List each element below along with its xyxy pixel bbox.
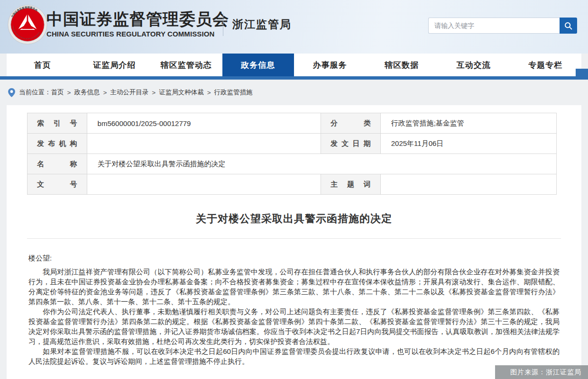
meta-label-category: 分类	[321, 113, 381, 134]
meta-value-keywords	[380, 174, 556, 195]
search-button[interactable]	[560, 18, 577, 34]
meta-label-keywords: 主题词	[321, 174, 381, 195]
nav-item-bureau-intro[interactable]: 证监局介绍	[79, 54, 151, 76]
paragraph: 你作为公司法定代表人、执行董事，未勤勉谨慎履行相关职责与义务，对公司上述问题负有…	[28, 307, 560, 346]
csrc-logo[interactable]: 中国证券监督管理委员会 CHINA SECURITIES REGULATORY …	[8, 5, 47, 45]
breadcrumb-prefix: 当前位置：	[19, 88, 51, 97]
nav-bottom-bar	[0, 76, 588, 80]
page-title: 关于对楼公望采取出具警示函措施的决定	[7, 212, 581, 226]
table-row: 名称 关于对楼公望采取出具警示函措施的决定	[28, 154, 557, 174]
breadcrumb-item-gov-info[interactable]: 政务信息	[74, 88, 100, 97]
meta-value-issue-date: 2025年11月06日	[380, 134, 556, 154]
site-header: 中国证券监督管理委员会 CHINA SECURITIES REGULATORY …	[0, 0, 588, 54]
image-source-badge: 图片来源：浙江证监局	[495, 365, 588, 379]
table-row: 索引号 bm56000001/2025-00012779 分类 行政监管措施;基…	[28, 113, 557, 134]
breadcrumb-item-open-catalog[interactable]: 主动公开目录	[110, 88, 148, 97]
meta-value-index-no: bm56000001/2025-00012779	[87, 113, 321, 134]
meta-label-issuer: 发布机构	[28, 134, 87, 154]
search-input[interactable]	[428, 18, 560, 34]
breadcrumb-separator: >	[103, 89, 107, 96]
breadcrumb-item-admin-measures[interactable]: 行政监管措施	[214, 88, 253, 97]
breadcrumb-separator: >	[207, 89, 211, 96]
title-divider	[27, 238, 561, 239]
meta-value-category: 行政监管措施;基金监管	[380, 113, 556, 134]
meta-value-title: 关于对楼公望采取出具警示函措施的决定	[87, 154, 556, 174]
nav-item-special-topics[interactable]: 专题专栏	[510, 54, 582, 76]
location-pin-icon	[8, 88, 15, 97]
meta-label-issue-date: 发文日期	[321, 134, 381, 154]
org-name-en: CHINA SECURITIES REGULATORY COMMISSION	[46, 30, 229, 38]
nav-right-accent	[576, 69, 588, 80]
meta-label-index-no: 索引号	[28, 113, 87, 134]
nav-item-regional-news[interactable]: 辖区监管动态	[150, 54, 222, 76]
main-nav: 首页 证监局介绍 辖区监管动态 政务信息 办事服务 辖区数据 互动交流 专题专栏	[7, 54, 581, 76]
org-name-cn: 中国证券监督管理委员会	[46, 10, 229, 28]
breadcrumb: 当前位置： 首页 > 政务信息 > 主动公开目录 > 证监局文种体裁 > 行政监…	[0, 80, 588, 105]
table-row: 发布机构 发文日期 2025年11月06日	[28, 134, 557, 154]
breadcrumb-separator: >	[67, 89, 71, 96]
meta-label-title: 名称	[28, 154, 87, 174]
meta-value-issuer	[87, 134, 321, 154]
content-card: 索引号 bm56000001/2025-00012779 分类 行政监管措施;基…	[7, 105, 581, 379]
document-meta-table: 索引号 bm56000001/2025-00012779 分类 行政监管措施;基…	[27, 113, 557, 195]
salutation: 楼公望:	[28, 253, 560, 263]
nav-item-regional-data[interactable]: 辖区数据	[366, 54, 438, 76]
meta-value-doc-no	[87, 174, 321, 195]
nav-item-home[interactable]: 首页	[7, 54, 79, 76]
breadcrumb-item-doc-type[interactable]: 证监局文种体裁	[159, 88, 204, 97]
nav-item-interaction[interactable]: 互动交流	[438, 54, 510, 76]
paragraph: 我局对浙江益祥资产管理有限公司（以下简称公司）私募业务监管中发现，公司存在担任普…	[28, 267, 560, 307]
search-icon	[564, 21, 573, 30]
breadcrumb-item-home[interactable]: 首页	[51, 88, 64, 97]
header-divider	[223, 13, 223, 36]
paragraph: 如果对本监督管理措施不服，可以在收到本决定书之日起60日内向中国证券监督管理委员…	[28, 346, 560, 366]
site-search	[428, 18, 577, 34]
nav-item-gov-info[interactable]: 政务信息	[222, 54, 294, 76]
breadcrumb-separator: >	[152, 89, 156, 96]
document-body: 楼公望: 我局对浙江益祥资产管理有限公司（以下简称公司）私募业务监管中发现，公司…	[28, 253, 560, 366]
bureau-name: 浙江监管局	[232, 17, 292, 32]
meta-label-doc-no: 文号	[28, 174, 87, 195]
table-row: 文号 主题词	[28, 174, 557, 195]
nav-item-services[interactable]: 办事服务	[294, 54, 366, 76]
